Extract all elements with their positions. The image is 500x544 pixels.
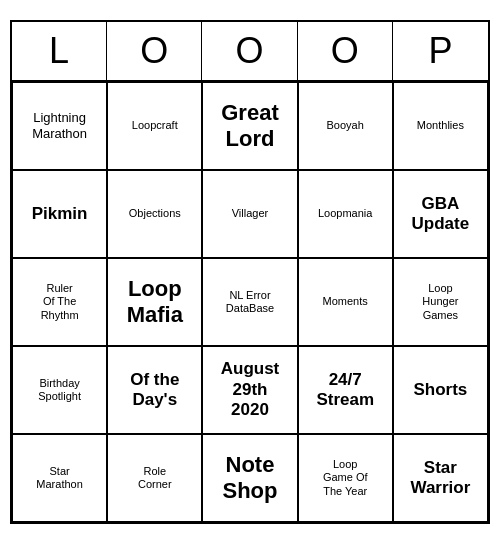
bingo-grid: Lightning MarathonLoopcraftGreat LordBoo… xyxy=(12,82,488,522)
header-o3: O xyxy=(298,22,393,80)
cell-text-11: Loop Mafia xyxy=(127,276,183,329)
cell-9: GBA Update xyxy=(393,170,488,258)
cell-19: Shorts xyxy=(393,346,488,434)
cell-20: Star Marathon xyxy=(12,434,107,522)
cell-text-4: Monthlies xyxy=(417,119,464,132)
cell-text-2: Great Lord xyxy=(221,100,278,153)
cell-text-12: NL Error DataBase xyxy=(226,289,274,315)
header-row: L O O O P xyxy=(12,22,488,82)
cell-text-5: Pikmin xyxy=(32,204,88,224)
cell-text-16: Of the Day's xyxy=(130,370,179,411)
cell-17: August 29th 2020 xyxy=(202,346,297,434)
cell-text-15: Birthday Spotlight xyxy=(38,377,81,403)
cell-16: Of the Day's xyxy=(107,346,202,434)
cell-text-7: Villager xyxy=(232,207,269,220)
cell-text-1: Loopcraft xyxy=(132,119,178,132)
bingo-card: L O O O P Lightning MarathonLoopcraftGre… xyxy=(10,20,490,524)
cell-text-10: Ruler Of The Rhythm xyxy=(41,282,79,322)
cell-21: Role Corner xyxy=(107,434,202,522)
cell-13: Moments xyxy=(298,258,393,346)
header-o2: O xyxy=(202,22,297,80)
cell-text-3: Booyah xyxy=(327,119,364,132)
cell-text-23: Loop Game Of The Year xyxy=(323,458,368,498)
cell-10: Ruler Of The Rhythm xyxy=(12,258,107,346)
cell-text-13: Moments xyxy=(323,295,368,308)
cell-5: Pikmin xyxy=(12,170,107,258)
cell-text-20: Star Marathon xyxy=(36,465,82,491)
cell-23: Loop Game Of The Year xyxy=(298,434,393,522)
cell-11: Loop Mafia xyxy=(107,258,202,346)
header-p: P xyxy=(393,22,488,80)
cell-text-21: Role Corner xyxy=(138,465,172,491)
cell-0: Lightning Marathon xyxy=(12,82,107,170)
cell-7: Villager xyxy=(202,170,297,258)
cell-text-9: GBA Update xyxy=(412,194,470,235)
cell-1: Loopcraft xyxy=(107,82,202,170)
cell-text-24: Star Warrior xyxy=(410,458,470,499)
cell-2: Great Lord xyxy=(202,82,297,170)
cell-12: NL Error DataBase xyxy=(202,258,297,346)
cell-text-19: Shorts xyxy=(413,380,467,400)
cell-15: Birthday Spotlight xyxy=(12,346,107,434)
cell-24: Star Warrior xyxy=(393,434,488,522)
header-o1: O xyxy=(107,22,202,80)
cell-text-6: Objections xyxy=(129,207,181,220)
cell-text-18: 24/7 Stream xyxy=(316,370,374,411)
cell-6: Objections xyxy=(107,170,202,258)
cell-text-17: August 29th 2020 xyxy=(221,359,280,420)
cell-14: Loop Hunger Games xyxy=(393,258,488,346)
cell-8: Loopmania xyxy=(298,170,393,258)
cell-3: Booyah xyxy=(298,82,393,170)
cell-text-0: Lightning Marathon xyxy=(32,110,87,141)
header-l: L xyxy=(12,22,107,80)
cell-text-14: Loop Hunger Games xyxy=(422,282,458,322)
cell-22: Note Shop xyxy=(202,434,297,522)
cell-text-22: Note Shop xyxy=(222,452,277,505)
cell-4: Monthlies xyxy=(393,82,488,170)
cell-18: 24/7 Stream xyxy=(298,346,393,434)
cell-text-8: Loopmania xyxy=(318,207,372,220)
